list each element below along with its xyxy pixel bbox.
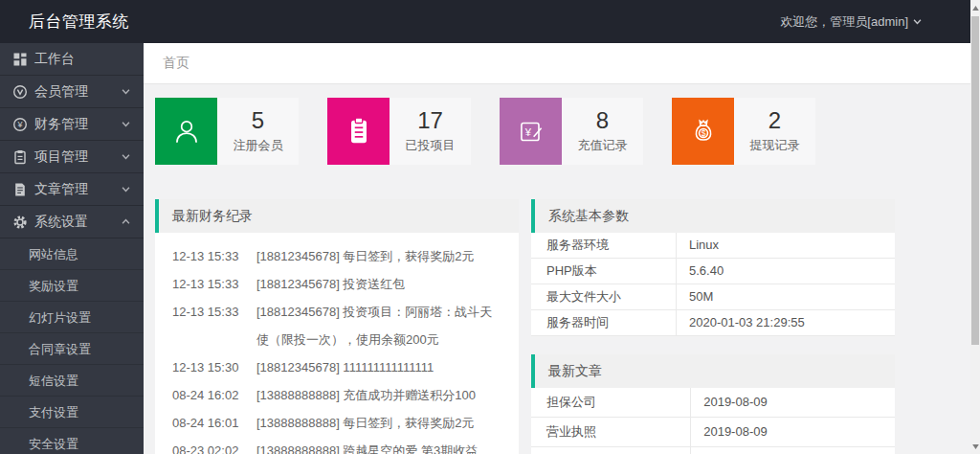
finance-panel-title: 最新财务纪录 — [155, 199, 519, 233]
articles-panel-title: 最新文章 — [531, 354, 895, 388]
record-text: [18812345678] 投资送红包 — [256, 270, 501, 298]
svg-text:¥: ¥ — [16, 120, 23, 129]
sidebar-subitem-slideshow-settings[interactable]: 幻灯片设置 — [0, 302, 144, 333]
sidebar-item-label: 文章管理 — [34, 181, 121, 198]
system-params-panel: 系统基本参数 服务器环境 Linux PHP版本 5.6.40 最大文件大小 — [531, 199, 895, 336]
admin-dashboard: 后台管理系统 欢迎您，管理员[admin] 工作台 会员管理 — [0, 0, 980, 454]
sidebar: 工作台 会员管理 ¥ 财务管理 项目管理 — [0, 43, 144, 454]
finance-record: 08-24 16:01 [13888888888] 每日签到，获得奖励2元 — [172, 409, 501, 437]
sidebar-subitem-reward-settings[interactable]: 奖励设置 — [0, 270, 144, 302]
article-title: 担保公司 — [531, 388, 691, 417]
sidebar-item-projects[interactable]: 项目管理 — [0, 141, 144, 173]
sidebar-subitem-sms-settings[interactable]: 短信设置 — [0, 365, 144, 397]
chevron-up-icon — [121, 216, 131, 227]
user-icon — [155, 98, 217, 165]
finance-records-panel: 最新财务纪录 12-13 15:33 [18812345678] 每日签到，获得… — [155, 199, 519, 454]
breadcrumb-home-link[interactable]: 首页 — [163, 55, 189, 72]
moneybag-icon: $ — [672, 98, 734, 165]
stat-info: 17 已投项目 — [390, 98, 471, 165]
article-date: 2019-08-09 — [691, 418, 895, 446]
stat-value: 5 — [252, 108, 264, 133]
sidebar-item-label: 系统设置 — [34, 214, 121, 231]
param-label: 服务器时间 — [531, 310, 677, 335]
sidebar-subitem-contract-seal-settings[interactable]: 合同章设置 — [0, 333, 144, 365]
table-row-partial — [531, 447, 895, 454]
record-text: [13888888888] 每日签到，获得奖励2元 — [256, 409, 501, 437]
finance-record: 12-13 15:33 [18812345678] 每日签到，获得奖励2元 — [172, 242, 501, 270]
chevron-down-icon — [121, 119, 131, 129]
sidebar-item-articles[interactable]: 文章管理 — [0, 173, 144, 206]
user-menu[interactable]: 欢迎您，管理员[admin] — [780, 13, 923, 31]
breadcrumb: 首页 — [144, 43, 980, 84]
param-label: 最大文件大小 — [531, 284, 677, 309]
sidebar-item-label: 会员管理 — [34, 83, 121, 101]
record-time: 08-23 02:02 — [172, 437, 256, 454]
finance-record: 08-23 02:02 [13888888888] 跨越星空的爱 第3期收益10… — [172, 437, 501, 454]
sidebar-item-label: 工作台 — [34, 51, 131, 68]
svg-text:¥: ¥ — [523, 126, 531, 138]
sidebar-item-settings[interactable]: 系统设置 — [0, 206, 144, 238]
record-time: 12-13 15:30 — [172, 353, 256, 381]
table-row: PHP版本 5.6.40 — [531, 259, 895, 284]
gear-icon — [12, 215, 28, 230]
sidebar-item-workbench[interactable]: 工作台 — [0, 43, 144, 76]
scrollbar-thumb[interactable] — [971, 16, 979, 345]
stat-cards: 5 注册会员 17 已投项目 — [155, 98, 980, 165]
panels-row: 最新财务纪录 12-13 15:33 [18812345678] 每日签到，获得… — [155, 199, 980, 454]
scroll-down-button[interactable] — [970, 439, 980, 454]
param-value: 5.6.40 — [677, 259, 895, 284]
member-icon — [12, 84, 28, 100]
sidebar-subitem-payment-settings[interactable]: 支付设置 — [0, 397, 144, 428]
record-time: 12-13 15:33 — [172, 270, 256, 298]
stat-card-withdrawal-records[interactable]: $ 2 提现记录 — [672, 98, 815, 165]
clipboard-icon — [327, 98, 390, 165]
sidebar-subitem-security-settings[interactable]: 安全设置 — [0, 428, 144, 454]
finance-icon: ¥ — [12, 117, 28, 132]
record-text: [13888888888] 跨越星空的爱 第3期收益10666.00元 — [256, 437, 501, 454]
vertical-scrollbar[interactable] — [970, 0, 980, 454]
record-text: [18812345678] 111111111111111 — [256, 353, 501, 381]
article-icon — [12, 182, 28, 197]
stat-label: 提现记录 — [750, 137, 800, 154]
main-area: 首页 5 注册会员 — [144, 43, 980, 454]
record-text: [18812345678] 投资项目：阿丽塔：战斗天使（限投一次），使用余额20… — [256, 298, 501, 353]
chevron-down-icon — [121, 184, 131, 194]
stat-card-recharge-records[interactable]: ¥ 8 充值记录 — [500, 98, 643, 165]
finance-record-list: 12-13 15:33 [18812345678] 每日签到，获得奖励2元 12… — [155, 233, 519, 454]
sidebar-item-members[interactable]: 会员管理 — [0, 76, 144, 108]
table-row: 营业执照 2019-08-09 — [531, 418, 895, 447]
dashboard-icon — [12, 52, 28, 67]
chevron-down-icon — [121, 86, 131, 97]
sidebar-item-label: 财务管理 — [34, 116, 121, 133]
stat-value: 2 — [768, 108, 781, 133]
system-panel-title: 系统基本参数 — [531, 199, 895, 233]
param-value: 50M — [677, 284, 895, 309]
stat-info: 2 提现记录 — [734, 98, 815, 165]
record-text: [18812345678] 每日签到，获得奖励2元 — [256, 242, 501, 270]
finance-record: 12-13 15:33 [18812345678] 投资项目：阿丽塔：战斗天使（… — [172, 298, 501, 353]
record-time: 12-13 15:33 — [172, 298, 256, 353]
record-time: 12-13 15:33 — [172, 242, 256, 270]
sidebar-item-finance[interactable]: ¥ 财务管理 — [0, 108, 144, 141]
sidebar-subitem-website-info[interactable]: 网站信息 — [0, 238, 144, 270]
param-label: PHP版本 — [531, 259, 677, 284]
stat-card-registered-members[interactable]: 5 注册会员 — [155, 98, 299, 165]
right-column: 系统基本参数 服务器环境 Linux PHP版本 5.6.40 最大文件大小 — [531, 199, 895, 454]
chevron-down-icon — [912, 14, 923, 30]
param-value: Linux — [677, 233, 895, 258]
content: 5 注册会员 17 已投项目 — [144, 84, 980, 454]
article-date: 2019-08-09 — [691, 388, 895, 417]
stat-card-invested-projects[interactable]: 17 已投项目 — [327, 98, 471, 165]
record-text: [13888888888] 充值成功并赠送积分100 — [256, 381, 501, 409]
stat-info: 8 充值记录 — [562, 98, 643, 165]
record-time: 08-24 16:02 — [172, 381, 256, 409]
scroll-up-button[interactable] — [970, 0, 980, 15]
chevron-down-icon — [121, 151, 131, 162]
finance-record: 12-13 15:30 [18812345678] 11111111111111… — [172, 353, 501, 381]
welcome-text: 欢迎您，管理员[admin] — [780, 13, 908, 31]
top-bar: 后台管理系统 欢迎您，管理员[admin] — [0, 0, 980, 43]
stat-value: 17 — [417, 108, 443, 133]
stat-info: 5 注册会员 — [217, 98, 299, 165]
stat-value: 8 — [596, 108, 609, 133]
finance-record: 12-13 15:33 [18812345678] 投资送红包 — [172, 270, 501, 298]
